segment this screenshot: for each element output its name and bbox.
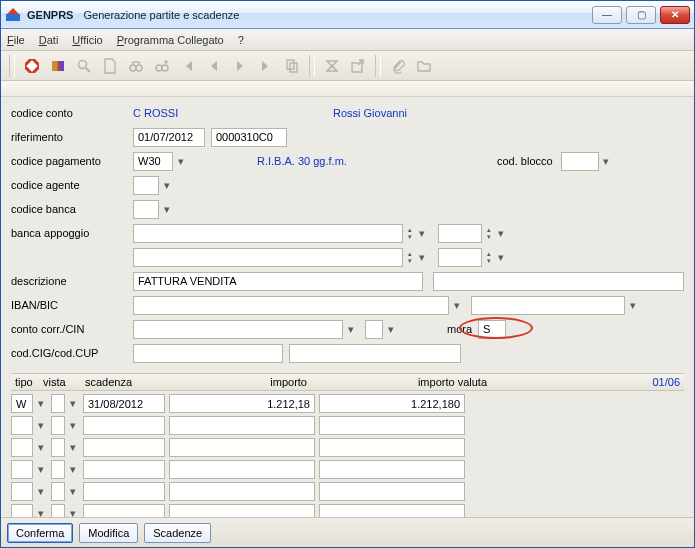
pagamento-code-input[interactable] (133, 152, 173, 171)
banca-appoggio-dropdown-2[interactable]: ▾ (416, 250, 428, 264)
tipo-dropdown[interactable]: ▾ (33, 416, 47, 435)
banca-appoggio-dropdown-1[interactable]: ▾ (416, 226, 428, 240)
tipo-input[interactable] (11, 504, 33, 517)
descrizione-input[interactable] (133, 272, 423, 291)
scadenza-input[interactable] (83, 504, 165, 517)
sigma-icon[interactable] (321, 55, 343, 77)
descrizione-right-input[interactable] (433, 272, 684, 291)
importo-valuta-input[interactable] (319, 504, 465, 517)
tipo-input[interactable] (11, 482, 33, 501)
menu-dati[interactable]: Dati (39, 34, 59, 46)
menu-programma[interactable]: Programma Collegato (117, 34, 224, 46)
vista-dropdown[interactable]: ▾ (65, 460, 79, 479)
cig-input[interactable] (133, 344, 283, 363)
banca-appoggio-right-updown-2[interactable]: ▴▾ (483, 248, 495, 267)
bic-input[interactable] (471, 296, 625, 315)
tipo-input[interactable] (11, 416, 33, 435)
vista-input[interactable] (51, 460, 65, 479)
vista-dropdown[interactable]: ▾ (65, 504, 79, 517)
prev-icon[interactable] (203, 55, 225, 77)
iban-input[interactable] (133, 296, 449, 315)
book-icon[interactable] (47, 55, 69, 77)
scadenza-input[interactable] (83, 416, 165, 435)
banca-appoggio-right-2[interactable] (438, 248, 482, 267)
importo-input[interactable] (169, 438, 315, 457)
banca-appoggio-updown-2[interactable]: ▴▾ (404, 248, 416, 267)
tipo-input[interactable] (11, 394, 33, 413)
codice-agente-dropdown[interactable]: ▾ (159, 176, 173, 195)
vista-input[interactable] (51, 416, 65, 435)
binoc-plus-icon[interactable] (151, 55, 173, 77)
menu-ufficio[interactable]: Ufficio (72, 34, 102, 46)
tipo-dropdown[interactable]: ▾ (33, 460, 47, 479)
importo-input[interactable] (169, 504, 315, 517)
banca-appoggio-input-1[interactable] (133, 224, 403, 243)
doc-icon[interactable] (99, 55, 121, 77)
folder-icon[interactable] (413, 55, 435, 77)
last-icon[interactable] (255, 55, 277, 77)
menu-help[interactable]: ? (238, 34, 244, 46)
iban-dropdown[interactable]: ▾ (449, 296, 463, 315)
tipo-input[interactable] (11, 460, 33, 479)
banca-appoggio-right-updown-1[interactable]: ▴▾ (483, 224, 495, 243)
codice-banca-input[interactable] (133, 200, 159, 219)
scadenza-input[interactable] (83, 460, 165, 479)
importo-input[interactable] (169, 394, 315, 413)
importo-input[interactable] (169, 416, 315, 435)
importo-valuta-input[interactable] (319, 460, 465, 479)
importo-valuta-input[interactable] (319, 394, 465, 413)
copy-icon[interactable] (281, 55, 303, 77)
scadenza-input[interactable] (83, 438, 165, 457)
tipo-dropdown[interactable]: ▾ (33, 394, 47, 413)
cup-input[interactable] (289, 344, 461, 363)
banca-appoggio-right-dropdown-2[interactable]: ▾ (495, 250, 507, 264)
next-icon[interactable] (229, 55, 251, 77)
scadenza-input[interactable] (83, 394, 165, 413)
attach-icon[interactable] (387, 55, 409, 77)
banca-appoggio-right-dropdown-1[interactable]: ▾ (495, 226, 507, 240)
importo-valuta-input[interactable] (319, 482, 465, 501)
binoc-icon[interactable] (125, 55, 147, 77)
cod-blocco-input[interactable] (561, 152, 599, 171)
riferimento-code-input[interactable] (211, 128, 287, 147)
menu-file[interactable]: File (7, 34, 25, 46)
pagamento-code-dropdown[interactable]: ▾ (173, 152, 187, 171)
conto-corr-input[interactable] (133, 320, 343, 339)
importo-valuta-input[interactable] (319, 438, 465, 457)
riferimento-date-input[interactable] (133, 128, 205, 147)
importo-input[interactable] (169, 460, 315, 479)
cod-blocco-dropdown[interactable]: ▾ (599, 152, 613, 171)
vista-dropdown[interactable]: ▾ (65, 438, 79, 457)
vista-dropdown[interactable]: ▾ (65, 416, 79, 435)
tipo-input[interactable] (11, 438, 33, 457)
vista-input[interactable] (51, 438, 65, 457)
stop-icon[interactable] (21, 55, 43, 77)
vista-input[interactable] (51, 394, 65, 413)
scadenze-button[interactable]: Scadenze (144, 523, 211, 543)
vista-input[interactable] (51, 482, 65, 501)
codice-agente-input[interactable] (133, 176, 159, 195)
export-icon[interactable] (347, 55, 369, 77)
tipo-dropdown[interactable]: ▾ (33, 482, 47, 501)
minimize-button[interactable]: — (592, 6, 622, 24)
vista-dropdown[interactable]: ▾ (65, 482, 79, 501)
importo-valuta-input[interactable] (319, 416, 465, 435)
banca-appoggio-updown-1[interactable]: ▴▾ (404, 224, 416, 243)
cin-dropdown[interactable]: ▾ (383, 320, 397, 339)
scadenza-input[interactable] (83, 482, 165, 501)
importo-input[interactable] (169, 482, 315, 501)
tipo-dropdown[interactable]: ▾ (33, 438, 47, 457)
banca-appoggio-right-1[interactable] (438, 224, 482, 243)
conto-corr-dropdown[interactable]: ▾ (343, 320, 357, 339)
vista-dropdown[interactable]: ▾ (65, 394, 79, 413)
bic-dropdown[interactable]: ▾ (625, 296, 639, 315)
cin-input[interactable] (365, 320, 383, 339)
vista-input[interactable] (51, 504, 65, 517)
banca-appoggio-input-2[interactable] (133, 248, 403, 267)
maximize-button[interactable]: ▢ (626, 6, 656, 24)
tipo-dropdown[interactable]: ▾ (33, 504, 47, 517)
mora-input[interactable] (478, 320, 506, 339)
codice-conto-value[interactable]: C ROSSI (133, 107, 333, 119)
search-icon[interactable] (73, 55, 95, 77)
modifica-button[interactable]: Modifica (79, 523, 138, 543)
